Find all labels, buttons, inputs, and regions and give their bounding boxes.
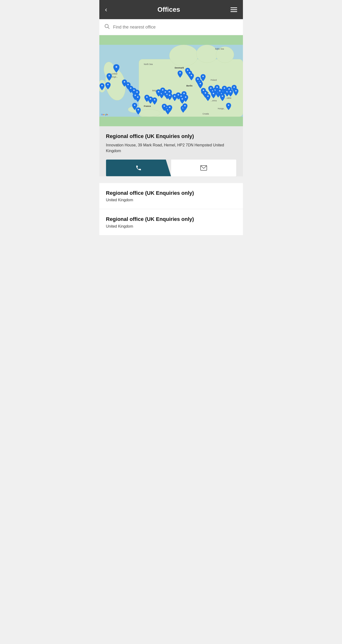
svg-point-81 [228,104,229,106]
svg-point-56 [189,72,190,74]
svg-point-69 [216,86,218,88]
svg-point-54 [179,72,181,74]
svg-point-71 [219,90,220,92]
svg-point-10 [196,45,218,63]
svg-point-38 [146,96,147,98]
svg-text:Poland: Poland [211,79,217,81]
back-button[interactable]: ‹ [105,6,107,13]
featured-office-card: Regional office (UK Enquiries only) Inno… [99,126,243,176]
svg-point-79 [233,86,235,88]
svg-point-61 [202,76,204,77]
svg-point-82 [134,104,135,106]
svg-point-63 [205,92,206,94]
svg-text:France: France [144,105,151,107]
office-list-item[interactable]: Regional office (UK Enquiries only) Unit… [99,209,243,236]
office-list-country-2: United Kingdom [106,224,236,228]
svg-point-39 [150,98,151,100]
map-svg: Baltic Sea North Sea Denmark United King… [99,35,243,126]
svg-text:United: United [111,73,117,75]
svg-point-43 [162,89,163,90]
email-icon [200,165,207,170]
svg-text:Denmark: Denmark [175,66,184,69]
svg-text:Berlin: Berlin [186,84,192,87]
svg-point-40 [154,99,155,100]
svg-point-48 [174,96,175,97]
phone-icon [135,165,142,171]
svg-point-49 [178,94,179,96]
header: ‹ Offices [99,0,243,19]
svg-point-52 [183,93,185,94]
page-title: Offices [107,6,231,14]
svg-point-28 [108,75,110,76]
svg-text:...vakia: ...vakia [225,97,231,99]
svg-line-1 [108,27,109,29]
hamburger-menu-button[interactable] [231,8,237,12]
svg-point-30 [101,85,103,86]
svg-point-77 [228,88,230,90]
svg-point-64 [207,96,208,97]
svg-point-58 [197,78,198,80]
svg-text:Baltic Sea: Baltic Sea [215,48,224,50]
phone-button[interactable] [106,160,171,176]
svg-point-89 [184,105,185,106]
svg-text:North Sea: North Sea [144,63,153,66]
svg-point-46 [168,91,170,92]
office-list-title-2: Regional office (UK Enquiries only) [106,216,236,223]
svg-point-29 [107,84,109,85]
office-list-item[interactable]: Regional office (UK Enquiries only) Unit… [99,183,243,210]
svg-text:Kingd...: Kingd... [111,76,117,78]
svg-point-34 [133,90,134,91]
search-bar [99,19,243,35]
office-list-title-1: Regional office (UK Enquiries only) [106,190,236,197]
svg-point-33 [130,88,131,89]
office-list: Regional office (UK Enquiries only) Unit… [99,183,243,236]
featured-office-title: Regional office (UK Enquiries only) [106,133,236,140]
svg-point-31 [124,81,125,83]
svg-text:Google: Google [101,114,108,116]
svg-point-87 [169,106,170,108]
svg-point-0 [105,24,108,28]
svg-text:Hunga...: Hunga... [218,108,225,110]
svg-point-53 [185,96,186,98]
svg-point-83 [137,109,139,110]
svg-point-55 [187,70,188,71]
svg-point-57 [191,75,192,76]
menu-line-3 [231,11,237,12]
svg-text:Croatia: Croatia [202,113,209,115]
svg-point-35 [136,91,138,93]
svg-point-51 [181,98,183,100]
office-list-country-1: United Kingdom [106,198,236,202]
map-container[interactable]: Baltic Sea North Sea Denmark United King… [99,35,243,126]
svg-point-80 [235,90,237,92]
svg-point-60 [200,83,201,84]
svg-point-73 [222,96,223,97]
menu-line-2 [231,9,237,10]
svg-point-78 [230,91,231,92]
svg-point-37 [137,96,138,98]
svg-point-65 [210,88,211,89]
svg-point-47 [169,95,170,96]
email-button[interactable] [171,160,236,176]
svg-text:...enna: ...enna [211,100,217,102]
svg-point-32 [127,84,129,85]
svg-point-62 [203,90,204,91]
svg-point-41 [158,91,159,92]
search-icon [104,24,110,31]
featured-office-address: Innovation House, 39 Mark Road, Hemel, H… [106,142,236,154]
svg-point-75 [224,88,225,89]
search-input[interactable] [113,25,238,30]
svg-point-27 [115,66,117,68]
office-actions [106,160,236,176]
svg-point-9 [169,45,198,66]
menu-line-1 [231,8,237,8]
